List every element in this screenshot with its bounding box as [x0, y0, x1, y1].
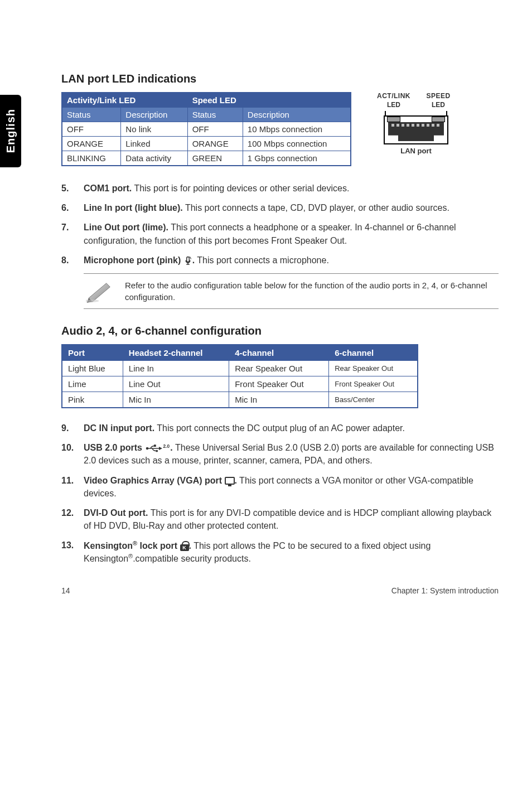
item-lead: Video Graphics Array (VGA) port . — [84, 476, 237, 485]
svg-marker-0 — [89, 283, 110, 302]
item-lead: DVI-D Out port. — [84, 508, 148, 518]
item-lead: Microphone port (pink) . — [84, 255, 195, 265]
item-text: This port connects a microphone. — [195, 255, 329, 265]
table-row: BLINKING Data activity GREEN 1 Gbps conn… — [62, 151, 351, 166]
page-number: 14 — [61, 586, 70, 595]
microphone-icon — [183, 256, 192, 266]
usb-icon: 2.0 — [144, 443, 170, 453]
item-lead: Line In port (light blue). — [84, 203, 183, 212]
item-text: This port is for pointing devices or oth… — [132, 183, 349, 193]
item-lead: Kensington® lock port . — [84, 541, 191, 550]
led-row: Activity/Link LED Speed LED Status Descr… — [61, 92, 499, 166]
list-item: Video Graphics Array (VGA) port . This p… — [61, 474, 499, 500]
language-label: English — [4, 109, 17, 153]
diagram-label-speed: SPEED — [416, 92, 461, 100]
rj45-jack-icon — [388, 122, 444, 141]
diagram-label-led2: LED — [416, 101, 461, 109]
led-h3: Status — [187, 108, 243, 122]
chapter-label: Chapter 1: System introduction — [391, 586, 499, 595]
svg-point-2 — [86, 299, 99, 302]
item-list-5-8: COM1 port. This port is for pointing dev… — [61, 182, 499, 267]
audio-h3: 4-channel — [229, 345, 329, 361]
diagram-caption: LAN port — [371, 147, 461, 155]
table-row: Light Blue Line In Rear Speaker Out Rear… — [62, 360, 418, 376]
audio-h1: Port — [62, 345, 123, 361]
led-h2: Description — [121, 108, 187, 122]
language-side-tab: English — [0, 95, 21, 167]
led-h1: Status — [62, 108, 121, 122]
kensington-lock-icon — [180, 541, 189, 551]
svg-point-7 — [156, 450, 158, 452]
list-item: Microphone port (pink) . This port conne… — [61, 254, 499, 267]
led-table: Activity/Link LED Speed LED Status Descr… — [61, 92, 351, 166]
list-item: Kensington® lock port . This port allows… — [61, 539, 499, 565]
item-list-9-13: DC IN input port. This port connects the… — [61, 422, 499, 565]
list-item: USB 2.0 ports 2.0. These Universal Seria… — [61, 441, 499, 467]
audio-table: Port Headset 2-channel 4-channel 6-chann… — [61, 344, 418, 408]
led-group-1: Activity/Link LED — [62, 93, 187, 108]
vga-monitor-icon — [225, 477, 235, 485]
audio-h4: 6-channel — [329, 345, 418, 361]
item-lead: COM1 port. — [84, 183, 132, 193]
svg-marker-5 — [159, 447, 162, 450]
list-item: COM1 port. This port is for pointing dev… — [61, 182, 499, 195]
led-h4: Description — [243, 108, 351, 122]
item-lead: DC IN input port. — [84, 423, 154, 433]
table-row: Lime Line Out Front Speaker Out Front Sp… — [62, 376, 418, 392]
list-item: Line In port (light blue). This port con… — [61, 201, 499, 214]
list-item: DVI-D Out port. This port is for any DVI… — [61, 506, 499, 532]
item-lead: Line Out port (lime). — [84, 223, 168, 232]
svg-rect-6 — [154, 445, 156, 447]
audio-h2: Headset 2-channel — [123, 345, 229, 361]
table-row: OFF No link OFF 10 Mbps connection — [62, 122, 351, 137]
note-block: Refer to the audio configuration table b… — [84, 273, 499, 309]
page-content: LAN port LED indications Activity/Link L… — [61, 0, 499, 565]
item-text: This port connects the DC output plug of… — [154, 423, 405, 433]
list-item: DC IN input port. This port connects the… — [61, 422, 499, 434]
lan-port-diagram: ACT/LINK SPEED LED LED LAN port — [371, 92, 461, 155]
table-row: ORANGE Linked ORANGE 100 Mbps connection — [62, 137, 351, 151]
section-title-audio: Audio 2, 4, or 6-channel configuration — [61, 325, 499, 337]
table-row: Pink Mic In Mic In Bass/Center — [62, 392, 418, 408]
svg-text:2.0: 2.0 — [163, 443, 170, 448]
section-title-lan: LAN port LED indications — [61, 73, 499, 85]
diagram-label-actlink: ACT/LINK — [371, 92, 416, 100]
note-text: Refer to the audio configuration table b… — [125, 279, 496, 303]
diagram-label-led1: LED — [371, 101, 416, 109]
page-footer: 14 Chapter 1: System introduction — [61, 586, 499, 595]
item-lead: USB 2.0 ports 2.0. — [84, 443, 173, 452]
led-group-2: Speed LED — [187, 93, 351, 108]
item-text: This port connects a tape, CD, DVD playe… — [183, 203, 449, 212]
list-item: Line Out port (lime). This port connects… — [61, 221, 499, 247]
pencil-note-icon — [86, 279, 114, 303]
